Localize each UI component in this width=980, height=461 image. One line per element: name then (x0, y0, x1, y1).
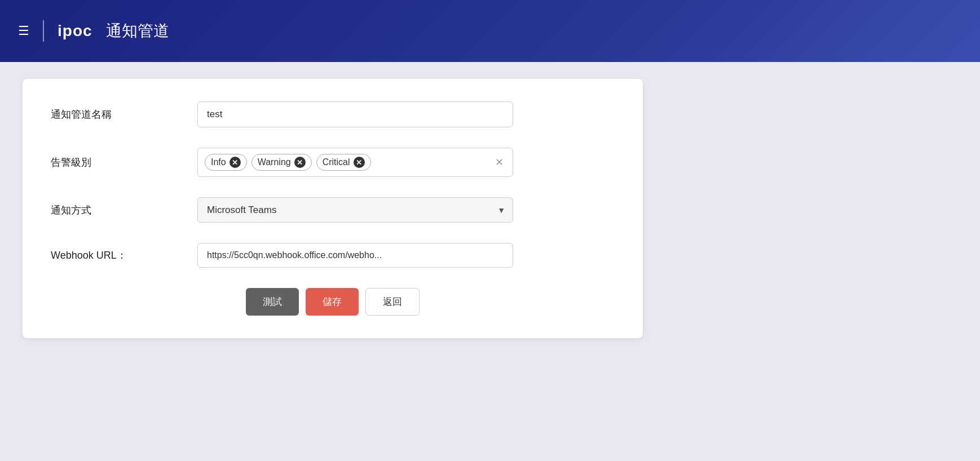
webhook-url-input[interactable] (197, 243, 513, 268)
brand-name: ipoc (58, 22, 92, 40)
form-row-notify-method: 通知方式 Microsoft Teams Slack Email Webhook (51, 197, 615, 223)
app-header: ☰ ipoc 通知管道 (0, 0, 980, 62)
form-row-name: 通知管道名稱 (51, 101, 615, 127)
label-alert-level: 告警級別 (51, 156, 197, 169)
form-buttons-row: 測試 儲存 返回 (51, 288, 615, 316)
webhook-url-wrap (197, 243, 513, 268)
back-button[interactable]: 返回 (365, 288, 420, 316)
main-content: 通知管道名稱 告警級別 Info ✕ Warning ✕ (0, 62, 980, 355)
label-webhook-url: Webhook URL： (51, 249, 197, 262)
tag-warning-remove[interactable]: ✕ (294, 157, 306, 168)
tags-clear-icon[interactable]: ✕ (493, 156, 506, 169)
form-card: 通知管道名稱 告警級別 Info ✕ Warning ✕ (23, 79, 643, 338)
tag-critical-remove[interactable]: ✕ (354, 157, 365, 168)
tag-info: Info ✕ (205, 154, 247, 171)
label-notify-method: 通知方式 (51, 203, 197, 217)
label-name: 通知管道名稱 (51, 108, 197, 121)
form-row-webhook: Webhook URL： (51, 243, 615, 268)
tag-warning-label: Warning (258, 157, 291, 167)
tag-info-label: Info (211, 157, 226, 167)
notify-method-wrap: Microsoft Teams Slack Email Webhook (197, 197, 513, 223)
header-divider (43, 20, 44, 42)
tag-warning: Warning ✕ (251, 154, 312, 171)
channel-name-input[interactable] (197, 101, 513, 127)
page-title: 通知管道 (106, 20, 169, 42)
save-button[interactable]: 儲存 (306, 288, 359, 316)
tags-container[interactable]: Info ✕ Warning ✕ Critical ✕ ✕ (197, 148, 513, 177)
hamburger-icon[interactable]: ☰ (18, 25, 29, 37)
tag-critical-label: Critical (323, 157, 350, 167)
select-wrapper: Microsoft Teams Slack Email Webhook (197, 197, 513, 223)
form-row-alert-level: 告警級別 Info ✕ Warning ✕ Critical ✕ ✕ (51, 148, 615, 177)
name-input-wrap (197, 101, 513, 127)
tags-input-wrap: Info ✕ Warning ✕ Critical ✕ ✕ (197, 148, 513, 177)
test-button[interactable]: 測試 (246, 288, 299, 316)
tag-critical: Critical ✕ (316, 154, 371, 171)
tag-info-remove[interactable]: ✕ (229, 157, 241, 168)
notify-method-select[interactable]: Microsoft Teams Slack Email Webhook (197, 197, 513, 223)
